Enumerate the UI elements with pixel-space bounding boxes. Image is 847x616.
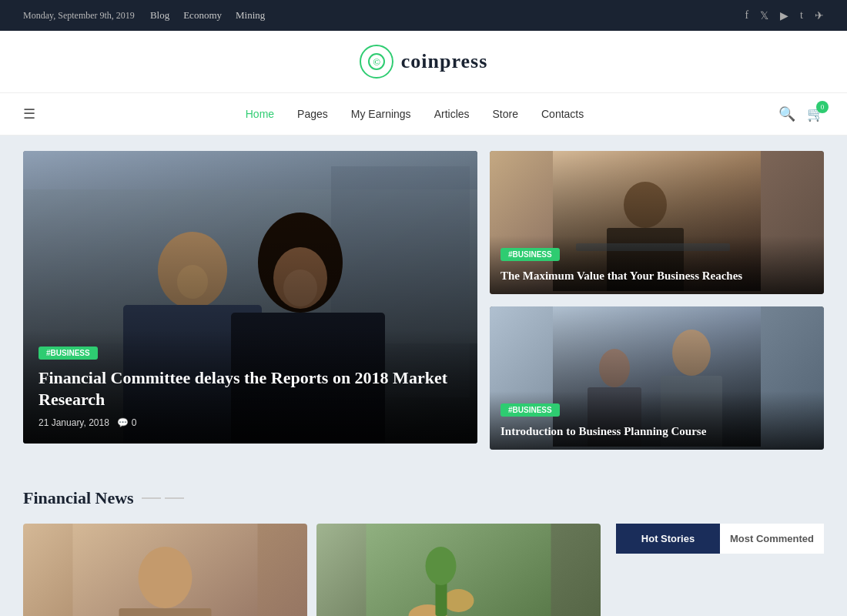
tumblr-icon[interactable]: t	[800, 9, 803, 22]
hero-side: #BUSINESS The Maximum Value that Your Bu…	[490, 151, 824, 450]
svg-text:©: ©	[373, 56, 380, 68]
sidebar: Hot Stories Most Commented	[616, 524, 824, 616]
nav-store[interactable]: Store	[493, 108, 518, 120]
search-icon[interactable]: 🔍	[778, 105, 795, 122]
comment-icon: 💬	[117, 417, 129, 428]
site-logo[interactable]: © coinpress	[360, 45, 488, 79]
blog-link[interactable]: Blog	[150, 9, 169, 22]
hero-card-2-title: Introduction to Business Planning Course	[500, 424, 813, 440]
financial-news-section: Financial News	[0, 465, 847, 616]
tab-buttons: Hot Stories Most Commented	[616, 524, 824, 554]
hero-card-2-tag: #BUSINESS	[500, 403, 560, 417]
nav-contacts[interactable]: Contacts	[541, 108, 584, 120]
top-bar-left: Monday, September 9th, 2019 Blog Economy…	[23, 9, 265, 22]
date-display: Monday, September 9th, 2019	[23, 10, 135, 22]
telegram-icon[interactable]: ✈	[815, 9, 824, 22]
section-header: Financial News	[23, 488, 824, 508]
news-card-2-svg	[316, 524, 601, 616]
divider-line-2	[165, 497, 184, 499]
svg-rect-26	[119, 608, 212, 616]
news-grid	[23, 524, 601, 616]
top-bar-links: Blog Economy Mining	[150, 9, 265, 22]
cart-icon[interactable]: 🛒 0	[807, 105, 824, 122]
economy-link[interactable]: Economy	[183, 9, 222, 22]
divider-line-1	[142, 497, 161, 499]
hamburger-icon[interactable]: ☰	[23, 105, 35, 122]
hero-main-meta: 21 January, 2018 💬 0	[38, 417, 462, 428]
hero-main-date: 21 January, 2018	[38, 417, 109, 428]
top-bar: Monday, September 9th, 2019 Blog Economy…	[0, 0, 847, 31]
hero-card-2-overlay: #BUSINESS Introduction to Business Plann…	[490, 391, 824, 450]
svg-point-31	[426, 547, 457, 585]
news-card-2[interactable]	[316, 524, 601, 616]
logo-text: coinpress	[401, 50, 488, 73]
most-commented-tab[interactable]: Most Commented	[720, 524, 824, 554]
news-card-1[interactable]	[23, 524, 307, 616]
hero-card-1[interactable]: #BUSINESS The Maximum Value that Your Bu…	[490, 151, 824, 294]
twitter-icon[interactable]: 𝕏	[760, 9, 768, 22]
section-title: Financial News	[23, 488, 134, 508]
main-nav: ☰ Home Pages My Earnings Articles Store …	[0, 93, 847, 136]
nav-home[interactable]: Home	[246, 108, 274, 120]
nav-articles[interactable]: Articles	[434, 108, 470, 120]
svg-point-29	[444, 589, 474, 612]
facebook-icon[interactable]: f	[745, 9, 748, 22]
hero-main-comments: 💬 0	[117, 417, 137, 428]
hero-card-2[interactable]: #BUSINESS Introduction to Business Plann…	[490, 306, 824, 450]
nav-links: Home Pages My Earnings Articles Store Co…	[51, 108, 778, 120]
nav-my-earnings[interactable]: My Earnings	[351, 108, 411, 120]
hero-main-tag: #BUSINESS	[38, 346, 98, 360]
hot-stories-tab[interactable]: Hot Stories	[616, 524, 720, 554]
hero-card-1-title: The Maximum Value that Your Business Rea…	[500, 269, 813, 284]
youtube-icon[interactable]: ▶	[780, 9, 788, 22]
hero-card-1-tag: #BUSINESS	[500, 248, 560, 261]
nav-right: 🔍 🛒 0	[778, 105, 824, 122]
site-header: © coinpress	[0, 31, 847, 93]
hero-section: #BUSINESS Financial Committee delays the…	[0, 136, 847, 465]
logo-icon: ©	[360, 45, 393, 79]
financial-content: Hot Stories Most Commented	[23, 524, 824, 616]
news-card-1-svg	[23, 524, 307, 616]
mining-link[interactable]: Mining	[236, 9, 265, 22]
hero-card-1-overlay: #BUSINESS The Maximum Value that Your Bu…	[490, 236, 824, 295]
hero-main-title: Financial Committee delays the Reports o…	[38, 367, 462, 411]
section-divider	[142, 497, 184, 499]
social-links: f 𝕏 ▶ t ✈	[745, 9, 824, 22]
svg-point-25	[139, 547, 192, 608]
hero-main-overlay: #BUSINESS Financial Committee delays the…	[23, 330, 477, 444]
hero-main-article[interactable]: #BUSINESS Financial Committee delays the…	[23, 151, 477, 444]
nav-pages[interactable]: Pages	[297, 108, 328, 120]
cart-badge: 0	[816, 101, 829, 113]
